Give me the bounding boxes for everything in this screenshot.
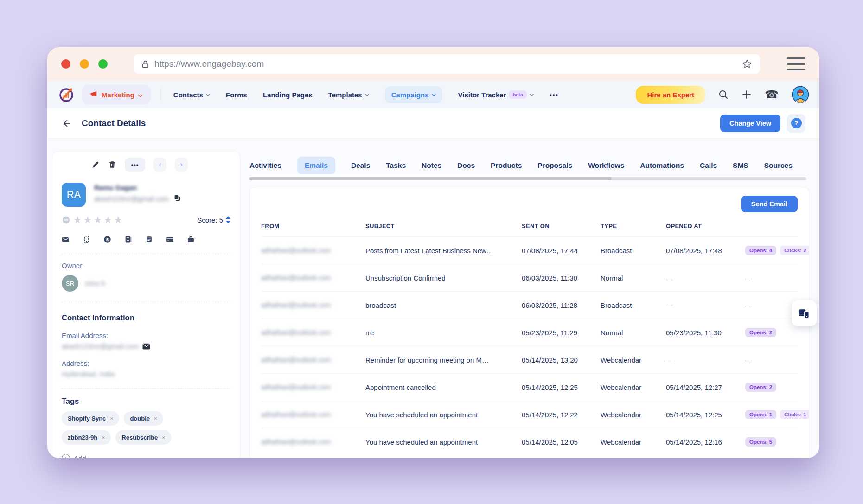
tab-activities[interactable]: Activities [249, 157, 281, 174]
email-subject: Unsubscription Confirmed [365, 274, 522, 282]
email-stats-empty: — [745, 301, 752, 309]
email-row[interactable]: adhathavi@outlook.comReminder for upcomi… [261, 346, 798, 373]
workspace-switcher[interactable]: Marketing [82, 85, 151, 104]
email-opened-at: — [666, 274, 745, 282]
email-from: adhathavi@outlook.com [261, 301, 365, 309]
call-icon[interactable]: ☎ [765, 89, 779, 100]
contact-more-menu-button[interactable]: ••• [125, 158, 145, 172]
engagebay-logo[interactable] [58, 85, 76, 104]
nav-item-landing-pages[interactable]: Landing Pages [263, 91, 313, 99]
delete-trash-icon[interactable] [108, 160, 116, 169]
nav-item-templates[interactable]: Templates [328, 91, 369, 99]
divider [62, 302, 230, 302]
address-bar[interactable]: https://www.engagebay.com [134, 54, 760, 74]
tab-emails[interactable]: Emails [297, 157, 335, 174]
help-button[interactable]: ? [787, 114, 805, 133]
email-row[interactable]: adhathavi@outlook.comrre05/23/2025, 11:2… [261, 319, 798, 346]
contact-action-icons: $ [62, 236, 230, 243]
tab-sources[interactable]: Sources [764, 157, 793, 174]
minimize-window-button[interactable] [80, 59, 89, 69]
invoice-icon[interactable] [124, 236, 132, 243]
email-row[interactable]: adhathavi@outlook.combroadcast06/03/2025… [261, 291, 798, 319]
previous-contact-button[interactable]: ‹ [153, 158, 166, 172]
email-row[interactable]: adhathavi@outlook.comYou have scheduled … [261, 401, 798, 428]
nav-item-contacts[interactable]: Contacts [173, 91, 210, 99]
remove-tag-icon[interactable]: × [102, 434, 105, 441]
opens-badge: Opens: 1 [745, 410, 776, 419]
tab-calls[interactable]: Calls [700, 157, 717, 174]
score-label: Score: 5 [197, 216, 223, 224]
clear-rating-icon[interactable] [62, 216, 70, 224]
mobile-icon[interactable] [83, 236, 90, 243]
tab-tasks[interactable]: Tasks [386, 157, 406, 174]
score-stepper[interactable] [226, 216, 230, 223]
star-rating[interactable]: ★★★★★ [73, 215, 124, 224]
add-icon[interactable] [742, 89, 752, 100]
add-tag-label: Add [74, 454, 86, 459]
remove-tag-icon[interactable]: × [162, 434, 165, 441]
tabs-scrollbar-thumb[interactable] [249, 177, 612, 180]
next-contact-button[interactable]: › [175, 158, 188, 172]
support-chat-widget[interactable] [792, 300, 817, 326]
browser-menu-icon[interactable] [787, 57, 805, 70]
email-row[interactable]: adhathavi@outlook.comYou have scheduled … [261, 428, 798, 455]
hire-expert-button[interactable]: Hire an Expert [636, 86, 705, 104]
deal-icon[interactable]: $ [103, 236, 111, 243]
user-avatar[interactable] [792, 86, 809, 103]
email-sent-on: 07/08/2025, 17:44 [522, 247, 601, 255]
add-tag-button[interactable]: + Add [62, 454, 230, 458]
nav-right-group: Hire an Expert ☎ [636, 86, 809, 104]
tag-pill[interactable]: Shopify Sync× [62, 411, 119, 426]
email-stats: Opens: 1Clicks: 1 [745, 410, 809, 419]
search-icon[interactable] [718, 89, 729, 100]
nav-item-visitor-tracker[interactable]: Visitor Trackerbeta [458, 90, 534, 99]
email-icon[interactable] [62, 236, 70, 243]
note-icon[interactable] [145, 236, 153, 243]
edit-pencil-icon[interactable] [91, 160, 100, 169]
remove-tag-icon[interactable]: × [154, 415, 157, 422]
column-header-opened-at: OPENED AT [666, 223, 745, 230]
tab-products[interactable]: Products [491, 157, 522, 174]
url-text: https://www.engagebay.com [154, 59, 264, 69]
copy-icon[interactable] [173, 194, 181, 204]
maximize-window-button[interactable] [98, 59, 108, 69]
tab-proposals[interactable]: Proposals [537, 157, 572, 174]
tab-sms[interactable]: SMS [733, 157, 748, 174]
tab-deals[interactable]: Deals [351, 157, 370, 174]
card-icon[interactable] [166, 236, 174, 243]
back-arrow-icon[interactable] [61, 118, 71, 128]
email-stats: — [745, 274, 798, 282]
email-sent-on: 05/14/2025, 13:20 [522, 356, 601, 364]
close-window-button[interactable] [61, 59, 70, 69]
nav-divider [162, 89, 162, 101]
company-icon[interactable] [187, 236, 195, 243]
tag-pill[interactable]: zbbn23-9h× [62, 430, 111, 445]
nav-item-campaigns[interactable]: Campaigns [385, 86, 442, 103]
nav-item-forms[interactable]: Forms [226, 91, 247, 99]
tabs-scrollbar[interactable] [249, 177, 806, 180]
tab-workflows[interactable]: Workflows [588, 157, 624, 174]
email-opened-at: 05/14/2025, 12:16 [666, 438, 745, 446]
detail-panel: ActivitiesEmailsDealsTasksNotesDocsProdu… [249, 138, 809, 458]
tab-automations[interactable]: Automations [640, 157, 684, 174]
change-view-button[interactable]: Change View [720, 115, 780, 132]
email-row[interactable]: adhathavi@outlook.comPosts from Latest L… [261, 236, 798, 264]
send-email-button[interactable]: Send Email [741, 196, 798, 212]
add-circle-icon: + [62, 454, 70, 458]
email-row[interactable]: adhathavi@outlook.comUnsubscription Conf… [261, 264, 798, 291]
tag-pill[interactable]: double× [124, 411, 163, 426]
tab-notes[interactable]: Notes [422, 157, 441, 174]
svg-text:$: $ [106, 237, 109, 242]
chevron-down-icon [365, 94, 369, 96]
nav-more-menu[interactable]: ••• [550, 91, 559, 98]
remove-tag-icon[interactable]: × [110, 415, 113, 422]
email-row[interactable]: adhathavi@outlook.comAppointment cancell… [261, 373, 798, 401]
help-icon: ? [791, 118, 802, 128]
tab-docs[interactable]: Docs [457, 157, 475, 174]
bookmark-star-icon[interactable] [742, 58, 753, 70]
email-from: adhathavi@outlook.com [261, 383, 365, 391]
email-subject: broadcast [365, 301, 522, 309]
send-email-icon[interactable] [142, 343, 150, 350]
page-header: Contact Details Change View ? [47, 108, 819, 138]
tag-pill[interactable]: Resubscribe× [115, 430, 171, 445]
